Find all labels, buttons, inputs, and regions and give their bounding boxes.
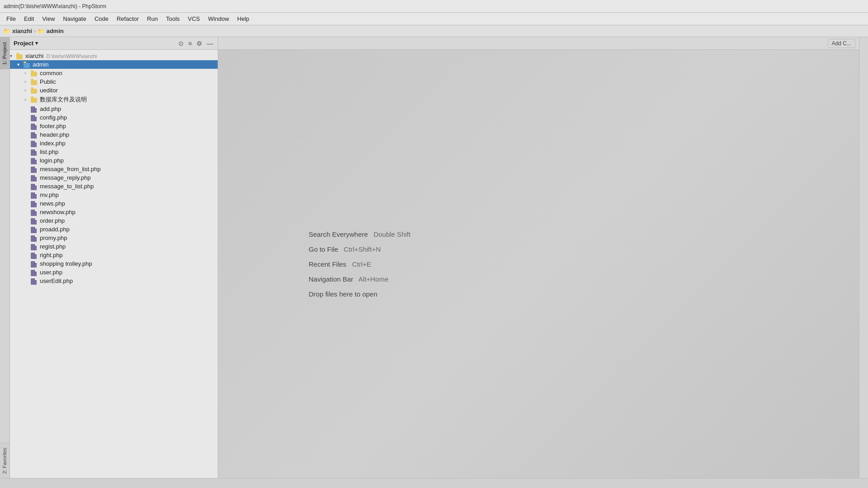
hint-search-everywhere: Search Everywhere Double Shift <box>309 230 410 238</box>
project-header-icons: ⊙ ≡ ⚙ — <box>177 39 214 48</box>
tree-file-mv[interactable]: mv.php <box>10 191 218 199</box>
breadcrumb-xianzhi[interactable]: 📁 xianzhi <box>4 28 32 34</box>
ide-window: admin(D:\bishe\WWW\xianzhi) - PhpStorm F… <box>0 0 868 488</box>
tree-file-config[interactable]: config.php <box>10 113 218 122</box>
right-sidebar <box>859 37 868 478</box>
tree-file-regist[interactable]: regist.php <box>10 242 218 251</box>
collapse-icon[interactable]: ≡ <box>187 39 193 48</box>
tree-file-promy[interactable]: promy.php <box>10 234 218 242</box>
file-tree[interactable]: ▾ xianzhi D:\bishe\WWW\xianzhi ▾ admin <box>10 50 218 478</box>
hint-go-to-file: Go to File Ctrl+Shift+N <box>309 245 381 253</box>
title-text: admin(D:\bishe\WWW\xianzhi) - PhpStorm <box>4 3 106 10</box>
menu-run[interactable]: Run <box>143 14 162 24</box>
tree-file-index[interactable]: index.php <box>10 139 218 148</box>
tree-file-list[interactable]: list.php <box>10 148 218 156</box>
editor-empty: Search Everywhere Double Shift Go to Fil… <box>218 50 859 478</box>
editor-toolbar: Add C... <box>218 37 859 50</box>
breadcrumb-sep: › <box>34 28 36 34</box>
menu-tools[interactable]: Tools <box>162 14 183 24</box>
tree-file-header[interactable]: header.php <box>10 130 218 139</box>
breadcrumb-admin[interactable]: 📁 admin <box>38 28 63 34</box>
tree-file-login[interactable]: login.php <box>10 156 218 165</box>
title-bar: admin(D:\bishe\WWW\xianzhi) - PhpStorm <box>0 0 868 13</box>
tree-folder-db[interactable]: › 数据库文件及说明 <box>10 95 218 105</box>
menu-edit[interactable]: Edit <box>20 14 38 24</box>
tree-file-message-to-list[interactable]: message_to_list.php <box>10 182 218 191</box>
hint-drop-files: Drop files here to open <box>309 290 377 298</box>
tree-file-message-reply[interactable]: message_reply.php <box>10 173 218 182</box>
menu-file[interactable]: File <box>3 14 19 24</box>
breadcrumb: 📁 xianzhi › 📁 admin <box>0 25 868 37</box>
locate-icon[interactable]: ⊙ <box>177 39 185 48</box>
tree-folder-admin[interactable]: ▾ admin <box>10 60 218 69</box>
tree-file-shopping-trolley[interactable]: shopping trolley.php <box>10 259 218 268</box>
bottom-bar <box>0 478 868 488</box>
tree-file-order[interactable]: order.php <box>10 216 218 225</box>
menu-bar: File Edit View Navigate Code Refactor Ru… <box>0 13 868 25</box>
tree-file-user[interactable]: user.php <box>10 268 218 277</box>
menu-vcs[interactable]: VCS <box>184 14 204 24</box>
tree-file-right[interactable]: right.php <box>10 251 218 259</box>
tree-folder-ueditor[interactable]: › ueditor <box>10 86 218 95</box>
menu-view[interactable]: View <box>38 14 58 24</box>
editor-area: Add C... Search Everywhere Double Shift … <box>218 37 859 478</box>
tree-file-add[interactable]: add.php <box>10 105 218 113</box>
tree-file-useredit[interactable]: userEdit.php <box>10 277 218 285</box>
menu-navigate[interactable]: Navigate <box>59 14 90 24</box>
menu-refactor[interactable]: Refactor <box>113 14 143 24</box>
minimize-icon[interactable]: — <box>206 39 214 48</box>
left-tabs: 1: Project 2: Favorites <box>0 37 10 478</box>
hint-recent-files: Recent Files Ctrl+E <box>309 260 371 268</box>
tree-file-newshow[interactable]: newshow.php <box>10 208 218 216</box>
tab-favorites[interactable]: 2: Favorites <box>0 443 10 478</box>
project-panel: Project ▾ ⊙ ≡ ⚙ — ▾ xianzhi D:\bishe\WWW… <box>10 37 218 478</box>
project-panel-title: Project ▾ <box>14 40 38 47</box>
tree-folder-common[interactable]: › common <box>10 69 218 77</box>
add-config-button[interactable]: Add C... <box>828 39 855 48</box>
tree-file-footer[interactable]: footer.php <box>10 122 218 130</box>
tree-folder-public[interactable]: › Public <box>10 77 218 86</box>
tree-file-proadd[interactable]: proadd.php <box>10 225 218 234</box>
main-area: 1: Project 2: Favorites Project ▾ ⊙ ≡ ⚙ … <box>0 37 868 478</box>
project-header: Project ▾ ⊙ ≡ ⚙ — <box>10 37 218 50</box>
tree-file-news[interactable]: news.php <box>10 199 218 208</box>
settings-icon[interactable]: ⚙ <box>196 39 203 48</box>
tree-file-message-from-list[interactable]: message_from_list.php <box>10 165 218 173</box>
menu-window[interactable]: Window <box>205 14 233 24</box>
tree-root-xianzhi[interactable]: ▾ xianzhi D:\bishe\WWW\xianzhi <box>10 52 218 60</box>
tab-project[interactable]: 1: Project <box>0 37 10 69</box>
menu-help[interactable]: Help <box>234 14 253 24</box>
menu-code[interactable]: Code <box>91 14 112 24</box>
hint-navigation-bar: Navigation Bar Alt+Home <box>309 275 388 283</box>
